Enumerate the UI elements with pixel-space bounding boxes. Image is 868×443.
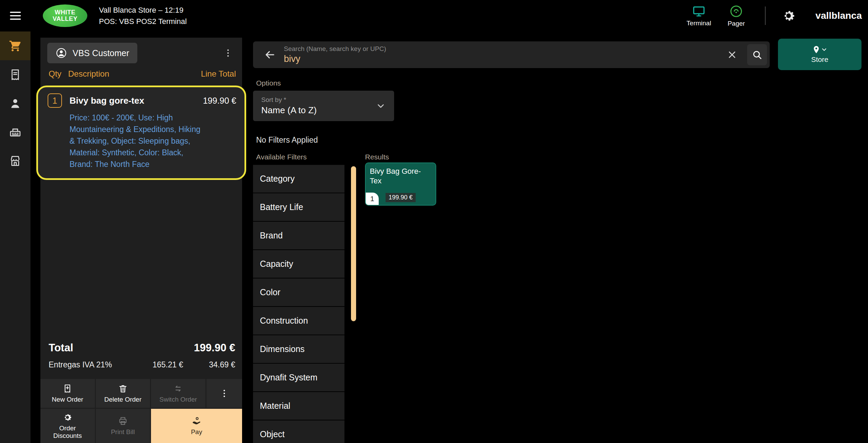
new-order-icon [63,384,72,393]
sidebar-item-orders[interactable] [0,60,30,89]
switch-order-button[interactable]: Switch Order [151,379,205,408]
header-divider [765,6,766,25]
total-label: Total [49,342,73,354]
delete-order-label: Delete Order [104,396,141,403]
order-panel: VBS Customer Qty Description Line Total … [40,38,242,443]
filter-list-scrollbar[interactable] [351,166,356,321]
more-actions-button[interactable] [206,379,242,408]
sidebar-item-shop[interactable] [0,146,30,175]
discount-gear-icon [63,413,72,422]
customer-avatar-icon [55,47,67,59]
order-totals: Total 199.90 € Entregas IVA 21% 165.21 €… [40,333,242,372]
terminal-button[interactable]: Terminal [687,5,711,27]
sidebar-item-register[interactable] [0,31,30,60]
logo-line2: VALLEY [53,16,78,22]
sidebar-item-customers[interactable] [0,89,30,118]
back-arrow-icon[interactable] [264,49,276,61]
shop-icon [9,155,22,167]
customer-button[interactable]: VBS Customer [47,43,137,63]
results-label: Results [365,153,389,161]
sidebar [0,31,30,443]
search-input[interactable]: Search (Name, search key or UPC) bivy [284,45,717,64]
close-icon [727,49,738,60]
search-value: bivy [284,54,717,64]
filter-item-color[interactable]: Color [253,278,344,306]
product-search-area: Search (Name, search key or UPC) bivy St… [253,31,868,443]
store-info: Vall Blanca Store – 12:19 POS: VBS POS2 … [99,4,187,27]
cart-icon [9,40,22,52]
chevron-down-icon [376,101,386,111]
pay-label: Pay [191,428,202,436]
column-qty: Qty [49,69,68,79]
column-line-total: Line Total [201,69,236,79]
cash-register-icon [9,126,22,139]
delete-order-button[interactable]: Delete Order [96,379,150,408]
product-card[interactable]: Bivy Bag Gore-Tex 1 199.90 € [365,162,436,206]
switch-order-icon [173,384,183,393]
sort-by-label: Sort by * [261,96,376,104]
pager-icon [729,4,743,18]
orderline-qty-badge: 1 [48,93,62,108]
tax-amount-value: 34.69 € [183,360,235,369]
filter-item-dimensions[interactable]: Dimensions [253,335,344,363]
orderline-product-name: Bivy bag gore-tex [70,95,203,106]
filter-list: Category Battery Life Brand Capacity Col… [253,165,344,443]
options-label: Options [256,79,281,87]
pager-button[interactable]: Pager [728,4,745,27]
top-bar: WHITE VALLEY Vall Blanca Store – 12:19 P… [0,0,868,31]
pager-label: Pager [728,20,745,27]
logo-line1: WHITE [55,9,76,16]
order-discounts-label: Order Discounts [45,425,91,440]
kebab-menu-icon [223,48,233,58]
print-bill-button[interactable]: Print Bill [96,409,150,443]
print-bill-label: Print Bill [111,428,135,436]
terminal-label: Terminal [687,19,711,27]
hamburger-menu-icon[interactable] [0,9,30,23]
new-order-button[interactable]: New Order [40,379,95,408]
column-description: Description [68,69,201,79]
receipt-icon [9,68,22,81]
available-filters-label: Available Filters [256,153,307,161]
search-bar[interactable]: Search (Name, search key or UPC) bivy [253,41,770,68]
filter-item-battery-life[interactable]: Battery Life [253,193,344,221]
no-filters-text: No Filters Applied [256,135,318,145]
total-value: 199.90 € [194,342,235,354]
store-name-line: Vall Blanca Store – 12:19 [99,4,187,16]
gear-icon [781,9,796,23]
order-discounts-button[interactable]: Order Discounts [40,409,95,443]
settings-button[interactable] [781,9,796,23]
tax-base-value: 165.21 € [152,360,183,369]
terminal-icon [692,5,706,18]
printer-icon [118,416,128,426]
trash-icon [118,384,128,393]
person-icon [9,97,22,110]
orderline-price: 199.90 € [203,96,236,106]
filter-item-capacity[interactable]: Capacity [253,250,344,278]
search-icon [752,50,762,60]
pay-hand-coin-icon [192,416,201,426]
filter-item-dynafit-system[interactable]: Dynafit System [253,364,344,391]
clear-search-button[interactable] [727,49,738,60]
filter-item-object[interactable]: Object [253,420,344,443]
filter-item-category[interactable]: Category [253,165,344,193]
customer-button-label: VBS Customer [73,48,129,58]
sort-by-dropdown[interactable]: Sort by * Name (A to Z) [253,91,394,121]
search-submit-button[interactable] [747,44,767,65]
chevron-down-icon [821,46,828,53]
order-menu-button[interactable] [219,46,237,60]
pay-button[interactable]: Pay [151,409,242,443]
sort-by-value: Name (A to Z) [261,105,376,116]
filter-item-construction[interactable]: Construction [253,307,344,335]
filter-item-brand[interactable]: Brand [253,222,344,249]
sidebar-item-cash-register[interactable] [0,118,30,146]
store-scope-button[interactable]: Store [778,39,861,70]
filter-item-material[interactable]: Material [253,392,344,420]
orderline-attributes: Price: 100€ - 200€, Use: High Mountainee… [70,112,204,170]
product-card-price: 199.90 € [386,193,416,202]
new-order-label: New Order [52,396,83,403]
product-card-name: Bivy Bag Gore-Tex [370,167,424,185]
tax-label: Entregas IVA 21% [49,360,152,369]
search-placeholder: Search (Name, search key or UPC) [284,45,717,53]
order-line-highlighted[interactable]: 1 Bivy bag gore-tex 199.90 € Price: 100€… [36,86,246,180]
switch-order-label: Switch Order [159,396,197,403]
